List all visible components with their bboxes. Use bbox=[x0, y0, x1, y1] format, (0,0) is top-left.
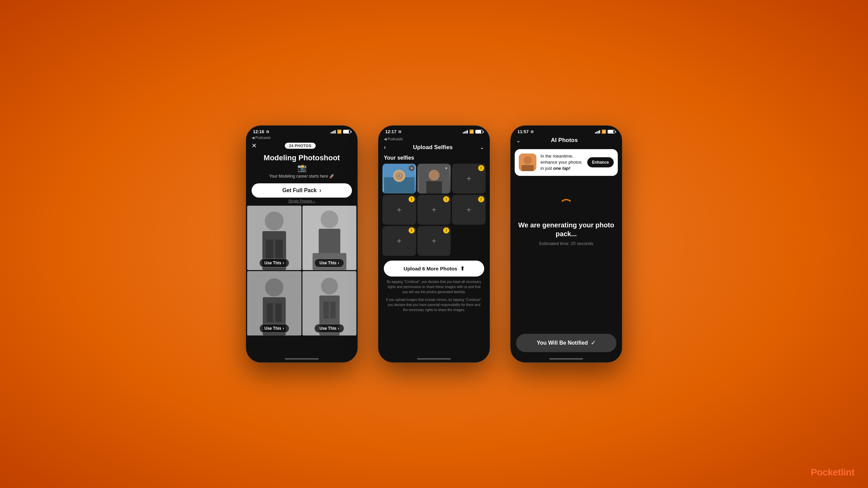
battery-3 bbox=[608, 130, 615, 134]
svg-rect-17 bbox=[323, 302, 329, 319]
add-photo-icon-8: + bbox=[432, 236, 436, 246]
pocketlint-logo: Pocketlint bbox=[811, 467, 854, 478]
status-bar-1: 12:16 ⊟ 📶 bbox=[246, 126, 357, 136]
photos-badge: 24 PHOTOS bbox=[285, 143, 315, 149]
chevron-down-icon[interactable]: ⌄ bbox=[480, 144, 484, 150]
back-button-2[interactable]: ‹ bbox=[384, 144, 386, 151]
svg-rect-7 bbox=[318, 229, 340, 256]
remove-selfie-1[interactable]: ✕ bbox=[409, 165, 415, 171]
add-photo-icon-7: + bbox=[397, 236, 401, 246]
chevron-icon-3: › bbox=[283, 326, 284, 331]
nav-bar-1: ✕ 24 PHOTOS bbox=[246, 141, 357, 152]
svg-rect-18 bbox=[330, 302, 335, 319]
back-label-2[interactable]: ◀ Podcasts bbox=[384, 137, 403, 141]
selfie-cell-5[interactable]: + ! bbox=[417, 195, 451, 225]
camera-emoji: 📸 bbox=[252, 164, 352, 172]
close-button-1[interactable]: ✕ bbox=[252, 142, 257, 149]
svg-rect-3 bbox=[266, 240, 273, 260]
warning-icon-7: ! bbox=[409, 227, 415, 233]
nav-bar-3: ⌄ AI Photos bbox=[511, 136, 622, 146]
wifi-icon-2: 📶 bbox=[469, 129, 474, 134]
warning-icon-5: ! bbox=[443, 196, 449, 202]
svg-point-15 bbox=[321, 278, 338, 295]
photo-cell-2: Use This › bbox=[302, 206, 357, 270]
signal-3 bbox=[595, 130, 600, 134]
check-icon: ✓ bbox=[591, 339, 596, 347]
svg-point-28 bbox=[524, 156, 532, 164]
status-bar-3: 11:57 ⊟ 📶 bbox=[511, 126, 622, 136]
add-photo-icon-4: + bbox=[397, 205, 401, 215]
phone-1: 12:16 ⊟ 📶 ◀ Podcasts ✕ 24 PHOTOS Modelin… bbox=[246, 125, 358, 363]
photo-grid-1: Use This › Use This › bbox=[246, 206, 357, 336]
chevron-right-icon: › bbox=[319, 187, 321, 194]
wifi-icon-1: 📶 bbox=[337, 129, 342, 134]
signal-2 bbox=[463, 130, 468, 134]
selfie-cell-4[interactable]: + ! bbox=[382, 195, 416, 225]
svg-rect-4 bbox=[275, 240, 283, 260]
single-presets-label[interactable]: Single Presets ↓ bbox=[246, 199, 357, 203]
svg-point-6 bbox=[320, 211, 338, 228]
get-full-pack-button[interactable]: Get Full Pack › bbox=[252, 183, 352, 198]
generating-section: We are generating your photo pack... Est… bbox=[511, 179, 622, 260]
disclaimer-text-2: If you upload images that include minors… bbox=[378, 297, 490, 315]
chevron-icon-2: › bbox=[338, 261, 339, 265]
svg-point-10 bbox=[265, 279, 283, 297]
selfie-cell-1: 👓 ✕ bbox=[382, 164, 416, 194]
enhance-card: In the meantime, enhance your photos in … bbox=[515, 149, 618, 176]
loading-spinner bbox=[559, 199, 573, 212]
selfie-cell-3[interactable]: + ! bbox=[452, 164, 486, 194]
battery-2 bbox=[475, 130, 483, 134]
use-this-button-3[interactable]: Use This › bbox=[259, 324, 289, 333]
enhance-button[interactable]: Enhance bbox=[587, 157, 614, 167]
warning-icon-4: ! bbox=[409, 196, 415, 202]
nav-bar-2: ‹ Upload Selfies ⌄ bbox=[378, 142, 490, 154]
selfie-cell-6[interactable]: + ! bbox=[452, 195, 486, 225]
charging-icon-1: ⊟ bbox=[266, 130, 269, 134]
pocketlint-rest: ocketlint bbox=[817, 467, 854, 477]
use-this-button-2[interactable]: Use This › bbox=[314, 259, 344, 267]
phone-3: 11:57 ⊟ 📶 ⌄ AI Photos bbox=[510, 125, 622, 363]
back-label-1[interactable]: ◀ Podcasts bbox=[252, 136, 271, 140]
disclaimer-text-1: By tapping "Continue", you declare that … bbox=[378, 279, 490, 297]
add-photo-icon-5: + bbox=[432, 205, 436, 215]
selfie-grid: 👓 ✕ ✕ + ! + ! bbox=[378, 164, 490, 256]
phone-2: 12:17 ⊟ 📶 ◀ Podcasts ‹ Upload Selfies ⌄ … bbox=[378, 125, 490, 363]
selfie-cell-2: ✕ bbox=[417, 164, 451, 194]
battery-1 bbox=[343, 130, 351, 134]
chevron-icon-nav3[interactable]: ⌄ bbox=[516, 137, 520, 144]
charging-icon-2: ⊟ bbox=[398, 130, 401, 134]
warning-icon-3: ! bbox=[478, 165, 484, 171]
ai-photos-title: AI Photos bbox=[551, 137, 578, 144]
svg-rect-29 bbox=[521, 165, 534, 171]
warning-icon-6: ! bbox=[478, 196, 484, 202]
upload-more-photos-button[interactable]: Upload 6 More Photos ⬆ bbox=[384, 261, 484, 277]
enhance-avatar bbox=[519, 154, 536, 171]
photo-cell-4: Use This › bbox=[302, 271, 357, 336]
use-this-button-1[interactable]: Use This › bbox=[259, 259, 289, 267]
photo-cell-3: Use This › bbox=[247, 271, 301, 336]
chevron-icon: › bbox=[283, 261, 284, 265]
status-bar-2: 12:17 ⊟ 📶 bbox=[378, 126, 490, 136]
use-this-button-4[interactable]: Use This › bbox=[314, 324, 344, 333]
svg-rect-13 bbox=[276, 303, 282, 322]
add-photo-icon-3: + bbox=[467, 174, 471, 183]
svg-text:👓: 👓 bbox=[396, 173, 402, 179]
subtitle-1: Your Modeling career starts here 🚀 bbox=[252, 174, 352, 179]
phones-container: 12:16 ⊟ 📶 ◀ Podcasts ✕ 24 PHOTOS Modelin… bbox=[246, 125, 622, 363]
pocketlint-p: P bbox=[811, 467, 817, 477]
time-1: 12:16 bbox=[253, 129, 264, 134]
selfie-cell-7[interactable]: + ! bbox=[382, 226, 416, 256]
svg-point-25 bbox=[429, 170, 439, 181]
wifi-icon-3: 📶 bbox=[601, 129, 606, 134]
svg-rect-12 bbox=[267, 303, 273, 322]
page-title-1: Modeling Photoshoot bbox=[252, 154, 352, 162]
selfie-cell-8[interactable]: + ! bbox=[417, 226, 451, 256]
home-indicator-1 bbox=[285, 358, 319, 360]
time-2: 12:17 bbox=[385, 129, 396, 134]
time-3: 11:57 bbox=[517, 129, 529, 134]
chevron-icon-4: › bbox=[338, 326, 339, 331]
upload-selfies-title: Upload Selfies bbox=[413, 144, 453, 151]
add-photo-icon-6: + bbox=[467, 205, 471, 215]
you-will-be-notified-button[interactable]: You Will Be Notified ✓ bbox=[516, 334, 616, 352]
selfies-section-label: Your selfies bbox=[378, 154, 490, 164]
